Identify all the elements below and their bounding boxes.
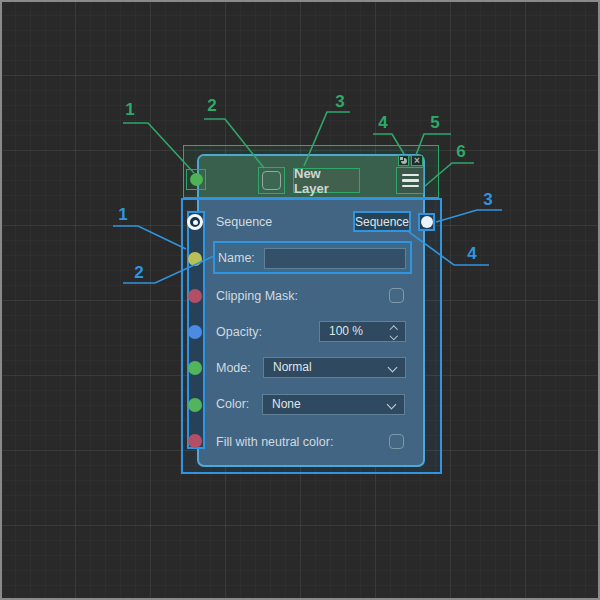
blue-callout-2: 2 [134, 263, 143, 283]
clipping-mask-checkbox[interactable] [389, 288, 404, 303]
blue-callout-3: 3 [483, 190, 492, 210]
color-dropdown[interactable]: None [262, 394, 405, 415]
red-dot[interactable] [188, 289, 202, 303]
green-callout-2: 2 [207, 96, 216, 116]
chevron-down-icon [388, 363, 398, 373]
mode-label: Mode: [216, 360, 251, 376]
green-callout-3: 3 [335, 92, 344, 112]
node-output-dot[interactable] [421, 216, 433, 228]
blue-callout-1: 1 [118, 205, 127, 225]
blue-line-3 [436, 210, 502, 222]
chevron-down-icon [387, 400, 397, 410]
node-graph-canvas: New Layer × Sequence Sequence Name: Clip… [0, 0, 600, 600]
color-label: Color: [216, 396, 249, 412]
green-callout-1: 1 [125, 100, 134, 120]
mode-value: Normal [264, 360, 312, 374]
opacity-spinbox[interactable]: 100 % [319, 321, 406, 342]
header-checkbox[interactable] [262, 171, 281, 190]
clipping-mask-label: Clipping Mask: [216, 288, 298, 304]
opacity-value: 100 % [320, 324, 363, 338]
node-input-dot-box [186, 169, 206, 190]
blue-callout-4: 4 [467, 244, 476, 264]
sequence-row-label: Sequence [216, 214, 272, 230]
properties-menu-button[interactable] [396, 167, 424, 194]
green-callout-6: 6 [456, 142, 465, 162]
blue-line-1 [113, 226, 186, 249]
float-icon [400, 157, 408, 165]
opacity-label: Opacity: [216, 324, 262, 340]
node-title[interactable]: New Layer [293, 168, 360, 193]
green-dot[interactable] [188, 361, 202, 375]
node-output-dot-box [418, 213, 435, 231]
name-label: Name: [218, 250, 255, 266]
green-callout-5: 5 [430, 113, 439, 133]
header-checkbox-box [258, 167, 285, 194]
blue-dot[interactable] [188, 325, 202, 339]
yellow-dot[interactable] [188, 252, 202, 266]
sequence-type-button[interactable]: Sequence [353, 211, 411, 232]
fill-neutral-checkbox[interactable] [389, 434, 404, 449]
red-dot[interactable] [188, 434, 202, 448]
color-value: None [263, 397, 301, 411]
keyframe-dot[interactable] [187, 214, 203, 230]
green-dot[interactable] [188, 398, 202, 412]
float-window-button[interactable] [398, 155, 409, 166]
spin-down-icon[interactable] [389, 332, 397, 340]
green-callout-4: 4 [378, 113, 387, 133]
hamburger-icon [402, 174, 419, 177]
close-icon: × [414, 155, 420, 166]
close-button[interactable]: × [411, 155, 423, 166]
mode-dropdown[interactable]: Normal [263, 357, 406, 378]
node-input-dot[interactable] [190, 173, 203, 186]
fill-neutral-label: Fill with neutral color: [216, 434, 333, 450]
name-input[interactable] [264, 248, 406, 269]
